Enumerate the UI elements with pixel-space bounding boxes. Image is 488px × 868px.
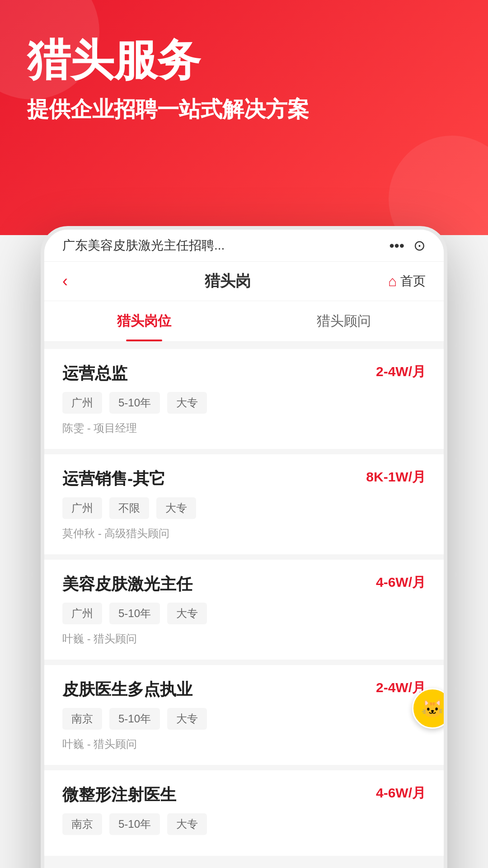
home-button[interactable]: ⌂ 首页 bbox=[388, 273, 426, 290]
job-title: 皮肤医生多点执业 bbox=[62, 679, 192, 701]
tabs-container: 猎头岗位 猎头顾问 bbox=[44, 301, 444, 342]
phone-mockup: 广东美容皮肤激光主任招聘... ••• ⊙ ‹ 猎头岗 ⌂ 首页 猎头岗位 猎头… bbox=[41, 226, 447, 868]
job-card[interactable]: 美容皮肤激光主任 4-6W/月 广州 5-10年 大专 叶巍 - 猎头顾问 bbox=[44, 560, 444, 660]
back-button[interactable]: ‹ bbox=[62, 272, 68, 291]
job-card[interactable]: 运营总监 2-4W/月 广州 5-10年 大专 陈雯 - 项目经理 bbox=[44, 349, 444, 449]
job-card-header: 运营总监 2-4W/月 bbox=[62, 363, 426, 385]
header-icons: ••• ⊙ bbox=[389, 237, 426, 254]
app-header: 广东美容皮肤激光主任招聘... ••• ⊙ bbox=[44, 230, 444, 262]
job-tag: 广州 bbox=[62, 497, 102, 519]
tab-positions[interactable]: 猎头岗位 bbox=[44, 301, 244, 341]
job-tag: 广州 bbox=[62, 603, 102, 624]
tab-consultants[interactable]: 猎头顾问 bbox=[244, 301, 444, 341]
job-tag: 5-10年 bbox=[109, 708, 160, 730]
job-recruiter: 陈雯 - 项目经理 bbox=[62, 421, 426, 435]
job-tags: 南京 5-10年 大专 bbox=[62, 708, 426, 730]
job-tag: 5-10年 bbox=[109, 603, 160, 624]
job-recruiter: 叶巍 - 猎头顾问 bbox=[62, 737, 426, 751]
job-tag: 大专 bbox=[167, 603, 207, 624]
job-tag: 5-10年 bbox=[109, 813, 160, 835]
job-title: 运营销售-其它 bbox=[62, 468, 165, 490]
job-tag: 广州 bbox=[62, 392, 102, 414]
job-salary: 4-6W/月 bbox=[376, 784, 426, 802]
job-title: 微整形注射医生 bbox=[62, 784, 176, 806]
hero-subtitle: 提供企业招聘一站式解决方案 bbox=[27, 95, 461, 124]
job-tag: 5-10年 bbox=[109, 392, 160, 414]
job-tag: 南京 bbox=[62, 708, 102, 730]
job-tag: 大专 bbox=[167, 813, 207, 835]
phone-mockup-container: 广东美容皮肤激光主任招聘... ••• ⊙ ‹ 猎头岗 ⌂ 首页 猎头岗位 猎头… bbox=[41, 226, 447, 868]
job-card-header: 皮肤医生多点执业 2-4W/月 bbox=[62, 679, 426, 701]
job-card-header: 运营销售-其它 8K-1W/月 bbox=[62, 468, 426, 490]
job-title: 运营总监 bbox=[62, 363, 127, 385]
record-icon[interactable]: ⊙ bbox=[413, 237, 426, 254]
job-card-header: 美容皮肤激光主任 4-6W/月 bbox=[62, 573, 426, 595]
job-tag: 大专 bbox=[167, 708, 207, 730]
more-icon[interactable]: ••• bbox=[389, 237, 404, 254]
job-tags: 广州 5-10年 大专 bbox=[62, 603, 426, 624]
job-salary: 2-4W/月 bbox=[376, 363, 426, 381]
job-list: 运营总监 2-4W/月 广州 5-10年 大专 陈雯 - 项目经理 运营销售-其… bbox=[44, 342, 444, 868]
job-recruiter: 莫仲秋 - 高级猎头顾问 bbox=[62, 526, 426, 541]
job-card[interactable]: 皮肤医生多点执业 2-4W/月 南京 5-10年 大专 叶巍 - 猎头顾问 🐱 bbox=[44, 665, 444, 765]
job-recruiter: 叶巍 - 猎头顾问 bbox=[62, 632, 426, 646]
job-tag: 大专 bbox=[167, 392, 207, 414]
job-tags: 广州 不限 大专 bbox=[62, 497, 426, 519]
job-salary: 8K-1W/月 bbox=[366, 468, 426, 486]
job-tags: 广州 5-10年 大专 bbox=[62, 392, 426, 414]
job-card[interactable]: 运营销售-其它 8K-1W/月 广州 不限 大专 莫仲秋 - 高级猎头顾问 bbox=[44, 454, 444, 554]
nav-title: 猎头岗 bbox=[205, 271, 251, 292]
job-tag: 南京 bbox=[62, 813, 102, 835]
job-card[interactable]: 微整形注射医生 4-6W/月 南京 5-10年 大专 bbox=[44, 770, 444, 856]
job-card-header: 微整形注射医生 4-6W/月 bbox=[62, 784, 426, 806]
job-tags: 南京 5-10年 大专 bbox=[62, 813, 426, 835]
nav-bar: ‹ 猎头岗 ⌂ 首页 bbox=[44, 262, 444, 301]
hero-section: 猎头服务 提供企业招聘一站式解决方案 bbox=[0, 0, 488, 235]
job-title: 美容皮肤激光主任 bbox=[62, 573, 192, 595]
home-icon: ⌂ bbox=[388, 273, 397, 290]
job-salary: 4-6W/月 bbox=[376, 573, 426, 592]
job-tag: 不限 bbox=[109, 497, 149, 519]
hero-title: 猎头服务 bbox=[27, 36, 461, 84]
job-tag: 大专 bbox=[156, 497, 196, 519]
home-label: 首页 bbox=[400, 273, 426, 290]
app-header-title: 广东美容皮肤激光主任招聘... bbox=[62, 237, 389, 254]
